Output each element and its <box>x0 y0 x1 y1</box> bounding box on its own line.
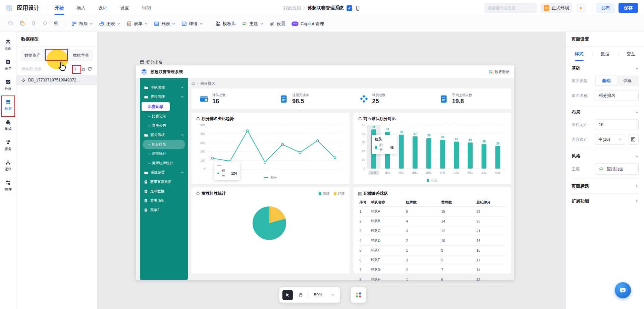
page-type-option-0[interactable]: 基础 <box>596 76 617 85</box>
page-type-option-1[interactable]: 弹框 <box>617 76 638 85</box>
menu-tab-3[interactable]: 设置 <box>120 0 129 16</box>
bar-chart-widget[interactable]: 前五球队积分对比 0102030405045423937353331302826… <box>353 112 512 184</box>
canvas-page-label[interactable]: 积分排名 <box>140 59 162 65</box>
section-layout[interactable]: 布局 <box>572 105 639 119</box>
rail-item-2[interactable]: 分析 <box>0 76 16 94</box>
rail-item-0[interactable]: 页面 <box>0 36 16 54</box>
paste-tool-button[interactable] <box>19 20 25 27</box>
component-gap-input[interactable] <box>595 119 639 130</box>
ribbon-action[interactable]: Copilot 管理 <box>291 21 324 27</box>
table-row[interactable]: 4球队D21018 <box>358 236 507 246</box>
preview-menu-item-4[interactable]: 赛事公告 <box>140 121 188 130</box>
preview-menu-folder-1[interactable]: 赛程管理 <box>140 92 188 102</box>
table-row[interactable]: 8球队H1612 <box>358 275 507 285</box>
preview-menu-folder-5[interactable]: 积分看板 <box>140 130 188 140</box>
data-panel-tab-2[interactable]: 数据字典 <box>69 49 93 61</box>
section-basic[interactable]: 基础 <box>572 61 639 75</box>
table-row[interactable]: 6球队F3917 <box>358 255 507 265</box>
table-row[interactable]: 2球队B41423 <box>358 217 507 226</box>
chevron-right-icon <box>635 184 639 188</box>
table-row[interactable]: 7球队G2714 <box>358 265 507 275</box>
zoom-level-select[interactable]: 59% <box>311 293 337 297</box>
ribbon-dropdown[interactable]: 图表 <box>99 21 120 27</box>
design-canvas[interactable]: 积分排名 苏超联赛管理系统 数睿数据 球队管理赛程管理比赛记录比赛记录赛事公告积… <box>97 32 566 309</box>
preview-menu-item-7[interactable]: 进球统计 <box>140 149 188 159</box>
table-row[interactable]: 3球队C31221 <box>358 226 507 236</box>
preview-menu-page-11[interactable]: 足球数据 <box>140 187 188 196</box>
diamond-tool-button[interactable] <box>42 20 48 27</box>
settings-row-0[interactable]: 页面标题 <box>572 179 639 193</box>
assistant-chat-button[interactable] <box>615 282 631 298</box>
ribbon-dropdown[interactable]: 布局 <box>71 21 93 27</box>
add-datasource-icon[interactable] <box>72 66 78 72</box>
save-button[interactable]: 保存 <box>619 3 638 13</box>
preview-menu-item-6[interactable]: 积分排名 <box>143 140 185 149</box>
preview-menu-item-3[interactable]: 比赛记录 <box>140 112 188 121</box>
ribbon-action[interactable]: 设置 <box>269 21 285 27</box>
chevron-down-icon <box>145 22 148 25</box>
ribbon-dropdown[interactable]: 详情 <box>181 21 203 27</box>
bar-chart-legend[interactable]: 积分 <box>358 178 507 183</box>
line-chart-widget[interactable]: 积分排名变化趋势 0100200300400500 积分 — 积分124 <box>191 112 350 184</box>
ribbon-dropdown[interactable]: 列表 <box>154 21 175 27</box>
preview-frame[interactable]: 苏超联赛管理系统 数睿数据 球队管理赛程管理比赛记录比赛记录赛事公告积分看板积分… <box>136 65 514 280</box>
pan-tool-button[interactable] <box>296 290 306 300</box>
content-padding-select[interactable]: 中(16) <box>595 134 625 145</box>
rail-item-4[interactable]: 集成 <box>0 116 16 134</box>
ribbon-action[interactable]: 主题 <box>242 21 263 27</box>
component-search-input[interactable] <box>487 6 539 10</box>
home-icon[interactable] <box>191 81 195 85</box>
import-folder-icon[interactable] <box>80 66 85 72</box>
bucket-tool-button[interactable] <box>54 20 59 27</box>
edit-badge-icon[interactable] <box>346 5 352 11</box>
preview-menu-item-8[interactable]: 黄牌红牌统计 <box>140 159 188 168</box>
settings-tab-1[interactable]: 数据 <box>592 47 618 61</box>
ribbon-action[interactable]: 模板库 <box>215 21 236 27</box>
component-library-button[interactable] <box>351 287 366 303</box>
rail-item-5[interactable]: 服务 <box>0 136 16 154</box>
table-row[interactable]: 5球队E1815 <box>358 246 507 255</box>
app-grid-icon[interactable] <box>6 5 12 11</box>
menu-tab-1[interactable]: 插入 <box>76 0 86 16</box>
copy-tool-button[interactable] <box>8 20 13 27</box>
app-root: 应用设计 开始插入设计设置审阅 我的应用 / 苏超联赛管理系统 </> 正 <box>0 0 644 309</box>
data-panel-tab-0[interactable]: 数据资产 <box>20 49 44 61</box>
preview-menu-page-13[interactable]: 菜单2 <box>140 205 188 215</box>
table-row[interactable]: 1球队A51525 <box>358 207 507 217</box>
settings-tab-2[interactable]: 交互 <box>618 47 644 61</box>
table-widget[interactable]: 纪律最差球队 序号球队名称红牌数黄牌数总纪律分 1球队A515252球队B414… <box>353 187 512 274</box>
menu-tab-4[interactable]: 审阅 <box>142 0 151 16</box>
settings-row-1[interactable]: 扩展功能 <box>572 193 639 208</box>
device-preview-icon[interactable] <box>355 5 361 11</box>
preview-menu-page-10[interactable]: 赛事直播数据 <box>140 177 188 187</box>
stats-card-widget[interactable]: 球队总数16注册完成率98.5球员总数25平均上场人数19.8 <box>191 88 512 110</box>
select-tool-button[interactable] <box>282 290 293 300</box>
refresh-icon[interactable] <box>87 66 92 71</box>
preview-run-button[interactable] <box>576 3 586 13</box>
datasource-list-item[interactable]: DB_177337107519049372... <box>16 75 97 85</box>
publish-button[interactable]: 发布 <box>596 3 615 13</box>
breadcrumb-parent[interactable]: 我的应用 <box>283 5 301 11</box>
theme-select[interactable]: 应用页面 <box>595 163 639 175</box>
trash-tool-button[interactable] <box>31 20 36 27</box>
pie-chart-widget[interactable]: 黄牌红牌统计 黄牌红牌 <box>191 187 350 274</box>
settings-tab-0[interactable]: 样式 <box>566 47 592 61</box>
brand-badge[interactable]: 数睿数据 <box>489 69 509 74</box>
environment-switch[interactable]: </> 正式环境 <box>540 3 573 13</box>
preview-menu-page-12[interactable]: 赛事场地 <box>140 196 188 205</box>
line-chart-legend[interactable]: 积分 <box>196 175 345 180</box>
rail-item-6[interactable]: 逻辑 <box>0 157 16 175</box>
ribbon-dropdown[interactable]: 表单 <box>126 21 148 27</box>
section-style[interactable]: 风格 <box>572 149 639 163</box>
rail-item-3[interactable]: 数据 <box>0 96 16 114</box>
preview-menu-folder-9[interactable]: 系统设置 <box>140 168 188 177</box>
menu-tab-2[interactable]: 设计 <box>98 0 107 16</box>
preview-menu-folder-0[interactable]: 球队管理 <box>140 83 188 92</box>
component-search[interactable] <box>484 3 537 13</box>
padding-sides-button[interactable] <box>628 134 639 145</box>
pie-chart-legend[interactable]: 黄牌红牌 <box>319 191 345 196</box>
page-name-input[interactable] <box>595 90 639 101</box>
rail-item-7[interactable]: 插件 <box>0 177 16 195</box>
rail-item-1[interactable]: 表单 <box>0 56 16 74</box>
menu-tab-0[interactable]: 开始 <box>55 0 64 16</box>
